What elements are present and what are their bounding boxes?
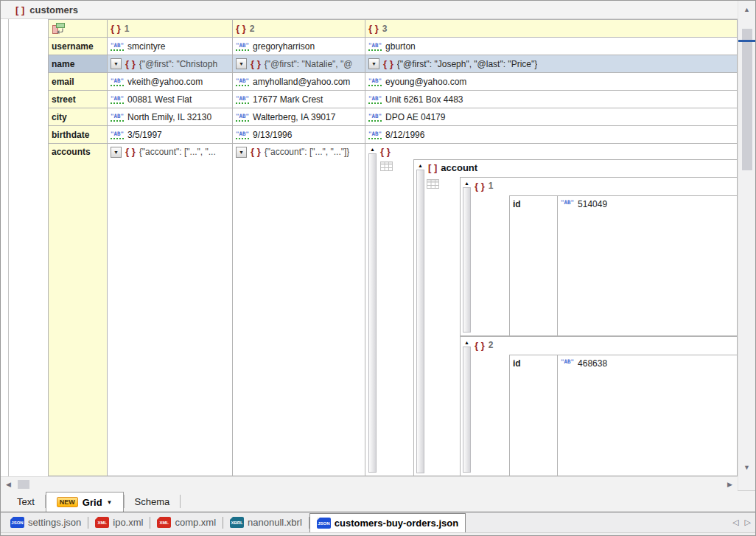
- cell-accounts-3-expanded[interactable]: ▲ { } ▲ [ ] account: [365, 144, 738, 476]
- column-header-3[interactable]: { } 3: [365, 20, 738, 38]
- new-badge: NEW: [57, 497, 78, 507]
- string-icon: "AB": [111, 42, 124, 51]
- chevron-down-icon[interactable]: ▼: [107, 499, 113, 506]
- row-label-accounts[interactable]: accounts: [49, 144, 108, 476]
- cell-street-2[interactable]: "AB"17677 Mark Crest: [233, 91, 365, 108]
- string-icon: "AB": [236, 77, 249, 86]
- column-header-2[interactable]: { } 2: [233, 20, 365, 38]
- transpose-header-cell[interactable]: [49, 20, 108, 38]
- expand-dropdown-button[interactable]: ▼: [368, 58, 379, 69]
- tab-grid-active[interactable]: NEW Grid ▼: [46, 492, 124, 512]
- row-label-name[interactable]: name: [49, 55, 108, 73]
- row-label-street[interactable]: street: [49, 91, 108, 108]
- xbrl-file-icon: XBRL: [230, 517, 244, 528]
- object-icon: { }: [368, 24, 379, 33]
- id-value: 514049: [578, 199, 607, 209]
- scroll-down-icon[interactable]: ▼: [743, 464, 750, 471]
- page-title: customers: [29, 4, 78, 15]
- column-number: 1: [125, 24, 130, 34]
- cell-birthdate-1[interactable]: "AB"3/5/1997: [108, 126, 233, 144]
- status-strip: [1, 532, 755, 535]
- horizontal-scroll-thumb[interactable]: [18, 480, 29, 489]
- cell-birthdate-2[interactable]: "AB"9/13/1996: [233, 126, 365, 144]
- collapse-strip-accounts-object[interactable]: ▲: [368, 146, 377, 473]
- display-as-table-icon[interactable]: [380, 161, 393, 171]
- string-icon: "AB": [368, 77, 382, 86]
- cell-email-2[interactable]: "AB"amyholland@yahoo.com: [233, 73, 365, 91]
- file-tab-ipo-xml[interactable]: XML ipo.xml: [88, 512, 150, 532]
- cell-street-3[interactable]: "AB"Unit 6261 Box 4483: [365, 91, 738, 108]
- collapse-strip-item-1[interactable]: ▲: [463, 180, 471, 333]
- account-item-2-box: ▲ { } 2 id: [460, 336, 738, 476]
- vertical-scrollbar[interactable]: ▲ ▼: [738, 1, 755, 490]
- scroll-right-icon[interactable]: ▶: [727, 481, 732, 488]
- cell-accounts-1[interactable]: ▼ { } {"account": ["...", "...: [108, 144, 233, 476]
- cell-email-3[interactable]: "AB"eyoung@yahoo.com: [365, 73, 738, 91]
- cell-email-1[interactable]: "AB"vkeith@yahoo.com: [108, 73, 233, 91]
- row-label-email[interactable]: email: [49, 73, 108, 91]
- array-icon: [ ]: [428, 163, 437, 173]
- expand-dropdown-button[interactable]: ▼: [236, 58, 247, 69]
- vertical-scroll-thumb[interactable]: [742, 29, 752, 170]
- id-label-cell[interactable]: id: [510, 196, 558, 336]
- scroll-up-icon[interactable]: ▲: [743, 6, 750, 13]
- string-icon: "AB": [561, 358, 574, 365]
- item-2-header[interactable]: { } 2: [475, 340, 493, 350]
- file-tab-settings-json[interactable]: JSON settings.json: [4, 512, 88, 532]
- cell-name-2[interactable]: ▼ { } {"@first": "Natalie", "@: [233, 55, 365, 73]
- app-window: [ ] customers { } 1: [0, 0, 756, 536]
- string-icon: "AB": [111, 113, 124, 122]
- file-tab-nanonull-xbrl[interactable]: XBRL nanonull.xbrl: [223, 512, 309, 532]
- transpose-icon[interactable]: [52, 22, 66, 35]
- row-label-city[interactable]: city: [49, 108, 108, 126]
- file-tab-customers-buy-orders-json-active[interactable]: JSON customers-buy-orders.json: [309, 513, 466, 532]
- tab-next-icon[interactable]: ▷: [745, 518, 751, 527]
- cell-city-3[interactable]: "AB"DPO AE 04179: [365, 108, 738, 126]
- column-header-1[interactable]: { } 1: [108, 20, 233, 38]
- tab-text[interactable]: Text: [7, 491, 45, 512]
- cell-value: gburton: [385, 41, 416, 52]
- collapse-strip-item-2[interactable]: ▲: [463, 339, 471, 473]
- cell-city-1[interactable]: "AB"North Emily, IL 32130: [108, 108, 233, 126]
- account-array-box: ▲ [ ] account ▲: [413, 159, 738, 476]
- cell-username-3[interactable]: "AB"gburton: [365, 38, 738, 55]
- expand-dropdown-button[interactable]: ▼: [111, 58, 122, 69]
- cell-value: amyholland@yahoo.com: [253, 77, 350, 87]
- cell-accounts-2[interactable]: ▼ { } {"account": ["...", "..."]}: [233, 144, 365, 476]
- tab-prev-icon[interactable]: ◁: [732, 518, 738, 527]
- cell-city-2[interactable]: "AB"Walterberg, IA 39017: [233, 108, 365, 126]
- cell-name-1[interactable]: ▼ { } {"@first": "Christoph: [108, 55, 233, 73]
- item-2-content: id "AB" 468638 ▲: [509, 355, 738, 476]
- scroll-left-icon[interactable]: ◀: [6, 481, 11, 488]
- expand-dropdown-button[interactable]: ▼: [236, 147, 247, 158]
- horizontal-scrollbar[interactable]: ◀ ▶: [1, 476, 738, 491]
- view-tab-bar: Text NEW Grid ▼ Schema: [1, 491, 755, 512]
- expand-dropdown-button[interactable]: ▼: [111, 147, 122, 158]
- cell-username-2[interactable]: "AB"gregoryharrison: [233, 38, 365, 55]
- cell-name-3[interactable]: ▼ { } {"@first": "Joseph", "@last": "Pri…: [365, 55, 738, 73]
- object-icon: { }: [251, 59, 261, 69]
- document-root-header: [ ] customers: [1, 1, 738, 19]
- cell-value: smcintyre: [127, 41, 165, 52]
- row-label-username[interactable]: username: [49, 38, 108, 55]
- id-value-cell[interactable]: "AB" 514049: [558, 196, 738, 336]
- collapse-strip-account-array[interactable]: ▲: [416, 162, 424, 473]
- cell-value: North Emily, IL 32130: [127, 112, 211, 122]
- collapsed-preview: {"@first": "Joseph", "@last": "Price"}: [397, 59, 538, 69]
- collapsed-preview: {"account": ["...", "...: [139, 147, 216, 157]
- display-as-table-icon[interactable]: [427, 179, 439, 189]
- string-icon: "AB": [236, 42, 249, 51]
- object-icon: { }: [125, 59, 136, 69]
- id-value-cell[interactable]: "AB" 468638: [558, 355, 738, 476]
- tab-schema[interactable]: Schema: [125, 491, 181, 512]
- cell-username-1[interactable]: "AB"smcintyre: [108, 38, 233, 55]
- file-tab-comp-xml[interactable]: XML comp.xml: [150, 512, 223, 532]
- array-name: account: [441, 162, 477, 173]
- cell-birthdate-3[interactable]: "AB"8/12/1996: [365, 126, 738, 144]
- item-1-header[interactable]: { } 1: [475, 181, 493, 191]
- id-label-cell[interactable]: id: [510, 355, 558, 476]
- row-label-birthdate[interactable]: birthdate: [49, 126, 108, 144]
- cell-street-1[interactable]: "AB"00881 West Flat: [108, 91, 233, 108]
- file-tab-label: settings.json: [28, 517, 81, 528]
- account-array-header[interactable]: [ ] account: [428, 162, 477, 173]
